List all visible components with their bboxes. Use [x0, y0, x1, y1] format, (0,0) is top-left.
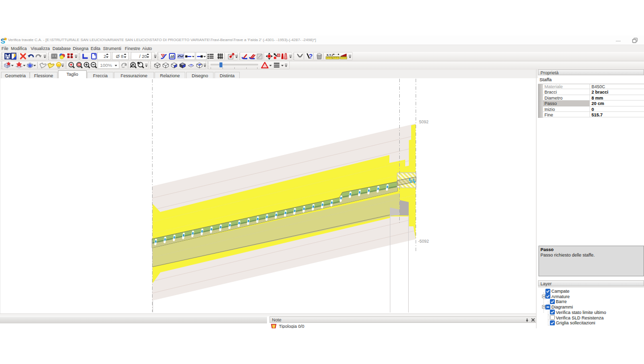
svg-text:5092: 5092: [419, 119, 429, 124]
svg-text:?: ?: [309, 53, 313, 60]
svg-text:-5092: -5092: [418, 239, 429, 244]
